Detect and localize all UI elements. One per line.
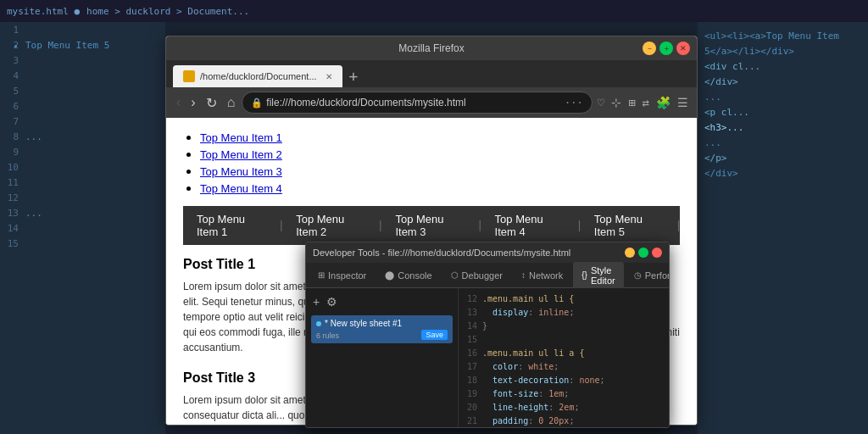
- line-num-15: 15: [459, 335, 482, 344]
- line-num-19: 19: [459, 389, 482, 398]
- bookmark-icon[interactable]: ⊹: [609, 94, 623, 111]
- line-text-13: display: inline;: [482, 308, 574, 317]
- tab-performance[interactable]: ◷ Performance: [626, 267, 670, 284]
- devtools-window: Developer Tools - file:///home/ducklord/…: [305, 242, 670, 428]
- url-text: file:///home/ducklord/Documents/mysite.h…: [266, 97, 561, 108]
- code-line-21: 21 padding: 0 20px;: [459, 414, 669, 427]
- tab-debugger[interactable]: ⬡ Debugger: [442, 267, 511, 284]
- devtools-close[interactable]: [652, 248, 662, 258]
- code-line-19: 19 font-size: 1em;: [459, 387, 669, 400]
- save-stylesheet-button[interactable]: Save: [421, 330, 448, 340]
- ul-nav-item-2[interactable]: Top Menu Item 2: [200, 148, 282, 161]
- line-num-21: 21: [459, 416, 482, 426]
- import-stylesheet-button[interactable]: ⚙: [325, 293, 339, 310]
- reader-icon[interactable]: ⊞: [626, 94, 637, 111]
- line-text-12: .menu.main ul li {: [482, 294, 574, 303]
- code-line-20: 20 line-height: 2em;: [459, 400, 669, 414]
- code-editor-panel[interactable]: 12 .menu.main ul li { 13 display: inline…: [459, 288, 669, 427]
- stylesheet-name: * New style sheet #1: [316, 319, 448, 328]
- tab-close-button[interactable]: ✕: [326, 72, 332, 81]
- new-tab-button[interactable]: +: [342, 65, 365, 87]
- code-line-18: 18 text-decoration: none;: [459, 373, 669, 387]
- forward-button[interactable]: ›: [187, 93, 198, 112]
- line-text-17: color: white;: [482, 362, 559, 371]
- lock-icon: 🔒: [251, 97, 263, 108]
- line-num-20: 20: [459, 403, 482, 412]
- tab-favicon: [183, 70, 195, 82]
- code-line-14: 14 }: [459, 319, 669, 332]
- style-editor-icon: {}: [581, 270, 587, 280]
- tab-console[interactable]: ⬤ Console: [376, 267, 440, 284]
- back-button[interactable]: ‹: [173, 93, 184, 112]
- bg-code-right: <ul><li><a>Top Menu Item 5</a></li></div…: [698, 22, 868, 434]
- devtools-titlebar: Developer Tools - file:///home/ducklord/…: [306, 242, 669, 263]
- console-icon: ⬤: [385, 270, 394, 280]
- bg-taskbar-filename: mysite.html ●: [7, 6, 80, 17]
- network-icon: ↕: [521, 270, 526, 280]
- extensions-icon[interactable]: 🧩: [654, 94, 672, 111]
- line-num-16: 16: [459, 348, 482, 358]
- devtools-title: Developer Tools - file:///home/ducklord/…: [313, 248, 570, 258]
- code-line-15: 15: [459, 332, 669, 346]
- tab-style-editor-label: Style Editor: [591, 265, 615, 286]
- window-controls[interactable]: － ＋ ✕: [643, 42, 690, 55]
- line-text-18: text-decoration: none;: [482, 376, 605, 385]
- line-num-12: 12: [459, 294, 482, 303]
- reload-button[interactable]: ↻: [203, 93, 220, 113]
- inspector-icon: ⊞: [318, 270, 325, 280]
- ul-nav-item-1[interactable]: Top Menu Item 1: [200, 131, 282, 144]
- home-button[interactable]: ⌂: [224, 93, 239, 112]
- tab-inspector[interactable]: ⊞ Inspector: [309, 267, 375, 284]
- tab-console-label: Console: [398, 270, 431, 281]
- bookmark-heart-icon[interactable]: ♡: [596, 94, 606, 111]
- line-text-21: padding: 0 20px;: [482, 416, 574, 426]
- address-bar[interactable]: 🔒 file:///home/ducklord/Documents/mysite…: [242, 92, 592, 114]
- ul-nav-item-3[interactable]: Top Menu Item 3: [200, 165, 282, 178]
- ul-nav-item-4[interactable]: Top Menu Item 4: [200, 182, 282, 195]
- minimize-button[interactable]: －: [643, 42, 656, 55]
- performance-icon: ◷: [634, 270, 642, 280]
- menu-icon[interactable]: ☰: [676, 94, 690, 111]
- code-line-12: 12 .menu.main ul li {: [459, 292, 669, 305]
- bg-breadcrumb: home > ducklord > Document...: [86, 6, 249, 17]
- page-unordered-nav: Top Menu Item 1 Top Menu Item 2 Top Menu…: [183, 130, 680, 196]
- firefox-title: Mozilla Firefox: [398, 42, 464, 54]
- tab-network[interactable]: ↕ Network: [513, 267, 571, 284]
- add-stylesheet-button[interactable]: +: [311, 293, 321, 310]
- firefox-tabbar: /home/ducklord/Document... ✕ +: [166, 60, 697, 87]
- line-text-20: line-height: 2em;: [482, 403, 579, 412]
- nav-item-2[interactable]: Top Menu Item 2: [282, 206, 379, 245]
- tab-performance-label: Performance: [645, 270, 670, 281]
- tab-style-editor[interactable]: {} Style Editor: [573, 262, 623, 289]
- bg-taskbar: mysite.html ● home > ducklord > Document…: [0, 0, 868, 22]
- line-text-19: font-size: 1em;: [482, 389, 569, 398]
- stylesheet-dot: [316, 321, 321, 326]
- nav-sep-5: |: [677, 219, 680, 232]
- debugger-icon: ⬡: [451, 270, 459, 280]
- stylesheet-rules-count: 6 rules: [316, 331, 339, 340]
- page-horizontal-nav: Top Menu Item 1 | Top Menu Item 2 | Top …: [183, 206, 680, 245]
- nav-item-4[interactable]: Top Menu Item 4: [481, 206, 578, 245]
- nav-item-5[interactable]: Top Menu Item 5: [581, 206, 677, 245]
- line-num-18: 18: [459, 376, 482, 385]
- maximize-button[interactable]: ＋: [659, 42, 673, 55]
- line-num-13: 13: [459, 308, 482, 317]
- code-line-17: 17 color: white;: [459, 359, 669, 373]
- nav-item-3[interactable]: Top Menu Item 3: [381, 206, 478, 245]
- close-button[interactable]: ✕: [676, 42, 690, 55]
- line-text-16: .menu.main ul li a {: [482, 348, 584, 358]
- devtools-tabs: ⊞ Inspector ⬤ Console ⬡ Debugger ↕ Netwo…: [306, 263, 669, 288]
- stylesheets-panel: + ⚙ * New style sheet #1 6 rules Save: [306, 288, 459, 427]
- devtools-maximize[interactable]: [638, 248, 648, 258]
- firefox-toolbar: ‹ › ↻ ⌂ 🔒 file:///home/ducklord/Document…: [166, 87, 697, 118]
- stylesheet-item[interactable]: * New style sheet #1 6 rules Save: [311, 315, 453, 343]
- bg-code-left: 12 Top Menu Item 53 4 5 6 7 8 ...9 10 11…: [0, 22, 165, 434]
- sync-icon[interactable]: ⇄: [641, 94, 651, 111]
- tab-inspector-label: Inspector: [328, 270, 366, 281]
- line-text-14: }: [482, 321, 487, 331]
- tab-label: /home/ducklord/Document...: [200, 71, 317, 81]
- devtools-minimize[interactable]: [625, 248, 635, 258]
- browser-tab[interactable]: /home/ducklord/Document... ✕: [173, 65, 342, 87]
- nav-item-1[interactable]: Top Menu Item 1: [183, 206, 280, 245]
- devtools-controls[interactable]: [625, 248, 662, 258]
